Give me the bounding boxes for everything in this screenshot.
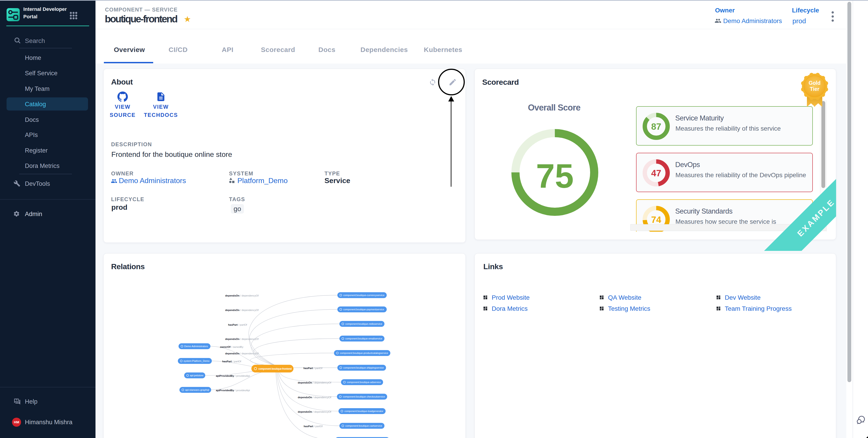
svg-text:hasPart / partOf: hasPart / partOf bbox=[222, 360, 242, 363]
svg-text:component:boutique-cartservice: component:boutique-cartservice bbox=[345, 425, 382, 427]
svg-text:component:boutique-shippingser: component:boutique-shippingservice bbox=[343, 366, 384, 369]
svg-text:dependsOn / dependencyOf: dependsOn / dependencyOf bbox=[225, 338, 259, 340]
svg-text:system:Platform_Demo: system:Platform_Demo bbox=[184, 360, 210, 362]
svg-text:ownerOf / ownedBy: ownerOf / ownedBy bbox=[220, 345, 244, 348]
svg-text:dependsOn / dependencyOf: dependsOn / dependencyOf bbox=[298, 396, 331, 399]
svg-text:dependsOn / dependencyOf: dependsOn / dependencyOf bbox=[225, 309, 259, 311]
svg-text:component:boutique-checkoutser: component:boutique-checkoutservice bbox=[343, 395, 385, 398]
svg-text:apiProvidedBy / providesApi: apiProvidedBy / providesApi bbox=[216, 389, 250, 392]
svg-text:apiProvidedBy / providesApi: apiProvidedBy / providesApi bbox=[216, 374, 250, 377]
svg-text:dependsOn / dependencyOf: dependsOn / dependencyOf bbox=[298, 381, 331, 384]
svg-text:component:boutique-adservice: component:boutique-adservice bbox=[347, 381, 381, 383]
svg-text:component:boutique-frontend: component:boutique-frontend bbox=[258, 367, 292, 370]
svg-text:Demo Administrators: Demo Administrators bbox=[184, 345, 208, 347]
svg-text:dependsOn / dependencyOf: dependsOn / dependencyOf bbox=[225, 294, 259, 297]
svg-text:api:starwars-graphql: api:starwars-graphql bbox=[185, 389, 209, 391]
svg-text:hasPart / partOf: hasPart / partOf bbox=[304, 367, 323, 370]
svg-text:component:boutique-loadgenerat: component:boutique-loadgenerator bbox=[344, 410, 383, 412]
svg-text:?: ? bbox=[16, 399, 17, 402]
svg-text:component:boutique-paymentserv: component:boutique-paymentservice bbox=[343, 308, 384, 311]
svg-text:component:boutique-productcata: component:boutique-productcatalogservice bbox=[340, 352, 388, 355]
svg-text:hasPart / partOf: hasPart / partOf bbox=[304, 425, 323, 428]
svg-text:hasPart / partOf: hasPart / partOf bbox=[228, 324, 247, 326]
svg-text:dependsOn / dependencyOf: dependsOn / dependencyOf bbox=[298, 410, 331, 413]
svg-text:api:petstore: api:petstore bbox=[190, 374, 204, 377]
svg-text:dependsOn / dependencyOf: dependsOn / dependencyOf bbox=[225, 352, 259, 355]
svg-text:component:boutique-currencyser: component:boutique-currencyservice bbox=[343, 294, 384, 297]
svg-text:component:boutique-redisservic: component:boutique-redisservice bbox=[345, 323, 382, 325]
svg-text:component:boutique-emailservic: component:boutique-emailservice bbox=[345, 337, 382, 340]
